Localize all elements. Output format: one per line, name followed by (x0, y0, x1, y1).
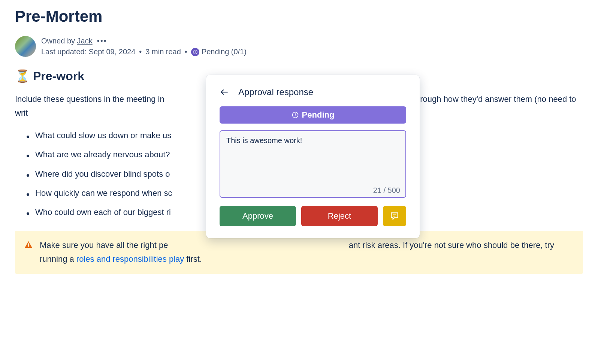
modal-title: Approval response (238, 87, 313, 97)
char-counter: 21 / 500 (373, 186, 400, 195)
hourglass-icon: ⏳ (15, 69, 30, 83)
svg-rect-2 (28, 246, 29, 247)
approval-response-modal: Approval response Pending 21 / 500 Appro… (206, 75, 420, 238)
modal-header: Approval response (220, 87, 406, 97)
back-arrow-icon[interactable] (220, 87, 229, 97)
comment-button[interactable] (383, 206, 406, 226)
pending-banner: Pending (220, 106, 406, 124)
status-label: Pending (0/1) (202, 48, 247, 56)
approval-status-badge[interactable]: Pending (0/1) (191, 48, 247, 56)
banner-label: Pending (302, 110, 335, 120)
warning-icon (24, 239, 33, 266)
more-actions-icon[interactable]: ••• (97, 37, 107, 45)
heading-text: Pre-work (33, 69, 84, 83)
read-time: 3 min read (145, 48, 181, 56)
approve-button[interactable]: Approve (220, 206, 296, 226)
document-meta: Owned by Jack ••• Last updated: Sept 09,… (15, 36, 583, 57)
button-row: Approve Reject (220, 206, 406, 226)
owner-avatar[interactable] (15, 36, 36, 57)
meta-separator: • (185, 48, 187, 56)
clock-icon (191, 48, 199, 56)
meta-separator: • (139, 48, 142, 56)
owner-name-link[interactable]: Jack (77, 37, 93, 45)
warning-text: Make sure you have all the right pe ant … (40, 238, 574, 266)
roles-responsibilities-link[interactable]: roles and responsibilities play (76, 254, 184, 264)
page-title: Pre-Mortem (15, 7, 583, 25)
last-updated-date: Sept 09, 2024 (89, 48, 136, 56)
comment-icon (390, 211, 399, 221)
clock-icon (292, 111, 299, 119)
meta-info-line: Last updated: Sept 09, 2024 • 3 min read… (41, 48, 247, 56)
response-textarea-wrapper: 21 / 500 (220, 130, 406, 199)
owner-line: Owned by Jack ••• (41, 37, 247, 45)
owner-prefix: Owned by (41, 37, 77, 45)
svg-rect-1 (28, 243, 29, 246)
reject-button[interactable]: Reject (301, 206, 378, 226)
last-updated-prefix: Last updated: (41, 48, 89, 56)
